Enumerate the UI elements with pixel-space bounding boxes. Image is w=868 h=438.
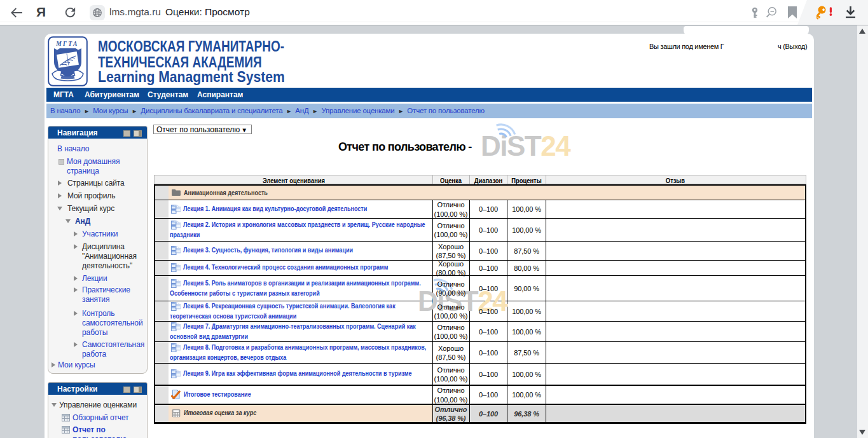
svg-text:МГТА: МГТА (55, 41, 79, 47)
